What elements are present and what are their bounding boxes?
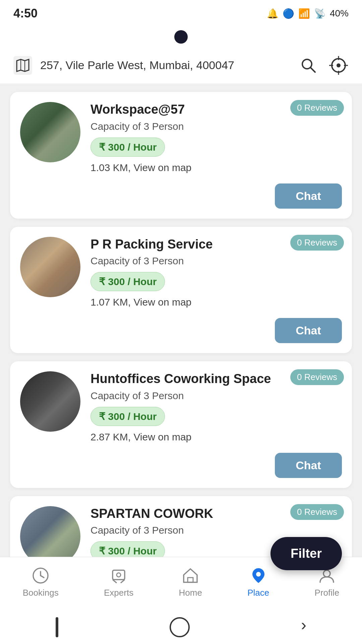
svg-rect-14 bbox=[113, 570, 125, 580]
nav-item-home[interactable]: Home bbox=[172, 563, 208, 601]
camera-bar bbox=[0, 27, 362, 47]
price-value: ₹ 300 / Hour bbox=[99, 545, 157, 557]
camera-dot bbox=[174, 30, 188, 44]
nav-label-place: Place bbox=[247, 588, 269, 598]
notification-icon: 🔔 bbox=[267, 8, 279, 19]
svg-point-19 bbox=[256, 572, 261, 577]
system-nav-bar: ‹ bbox=[0, 610, 362, 644]
header-actions bbox=[298, 55, 349, 75]
place-icon bbox=[249, 566, 268, 585]
recent-apps-button[interactable] bbox=[56, 617, 58, 637]
svg-point-6 bbox=[337, 63, 341, 67]
app-header: 257, Vile Parle West, Mumbai, 400047 bbox=[0, 47, 362, 84]
listings-content: 0 Reviews Workspace@57 Capacity of 3 Per… bbox=[0, 84, 362, 557]
svg-point-17 bbox=[117, 573, 121, 577]
price-badge: ₹ 300 / Hour bbox=[90, 138, 165, 157]
capacity-text: Capacity of 3 Person bbox=[90, 121, 342, 132]
price-value: ₹ 300 / Hour bbox=[99, 141, 157, 153]
nav-label-bookings: Bookings bbox=[23, 588, 59, 598]
capacity-text: Capacity of 3 Person bbox=[90, 525, 342, 536]
search-button[interactable] bbox=[298, 55, 318, 75]
reviews-badge: 0 Reviews bbox=[290, 504, 344, 520]
chat-button[interactable]: Chat bbox=[275, 318, 342, 343]
reviews-badge: 0 Reviews bbox=[290, 100, 344, 116]
nav-label-profile: Profile bbox=[315, 588, 340, 598]
capacity-text: Capacity of 3 Person bbox=[90, 390, 342, 401]
reviews-badge: 0 Reviews bbox=[290, 235, 344, 251]
experts-icon bbox=[109, 566, 128, 585]
signal-icon: 📡 bbox=[314, 8, 326, 19]
workspace-image bbox=[20, 102, 80, 162]
price-badge: ₹ 300 / Hour bbox=[90, 407, 165, 426]
header-address: 257, Vile Parle West, Mumbai, 400047 bbox=[40, 59, 290, 72]
nav-item-experts[interactable]: Experts bbox=[97, 563, 140, 601]
listing-card: 0 Reviews Huntoffices Coworking Space Ca… bbox=[10, 361, 352, 488]
workspace-image bbox=[20, 371, 80, 432]
svg-point-20 bbox=[323, 570, 330, 577]
battery-indicator: 40% bbox=[330, 8, 349, 19]
svg-rect-0 bbox=[13, 56, 32, 75]
wifi-icon: 📶 bbox=[298, 8, 310, 19]
home-button[interactable] bbox=[170, 617, 190, 637]
home-icon bbox=[181, 566, 200, 585]
status-time: 4:50 bbox=[13, 6, 38, 20]
nav-label-experts: Experts bbox=[104, 588, 133, 598]
svg-line-4 bbox=[310, 67, 315, 72]
location-target-button[interactable] bbox=[328, 55, 349, 75]
filter-fab-button[interactable]: Filter bbox=[270, 537, 342, 570]
chat-button[interactable]: Chat bbox=[275, 183, 342, 209]
distance-text: 2.87 KM, View on map bbox=[90, 431, 342, 443]
status-icons: 🔔 🔵 📶 📡 40% bbox=[267, 8, 349, 19]
nav-item-place[interactable]: Place bbox=[241, 563, 276, 601]
distance-text: 1.07 KM, View on map bbox=[90, 297, 342, 308]
clock-icon bbox=[31, 566, 50, 585]
bluetooth-icon: 🔵 bbox=[283, 8, 294, 19]
back-button[interactable]: ‹ bbox=[301, 618, 306, 637]
chat-button[interactable]: Chat bbox=[275, 453, 342, 478]
reviews-badge: 0 Reviews bbox=[290, 369, 344, 385]
distance-text: 1.03 KM, View on map bbox=[90, 162, 342, 173]
nav-label-home: Home bbox=[179, 588, 202, 598]
phone-frame: 4:50 🔔 🔵 📶 📡 40% 257, Vile Parle West, M… bbox=[0, 0, 362, 644]
map-logo-icon bbox=[13, 56, 32, 75]
nav-item-bookings[interactable]: Bookings bbox=[16, 563, 65, 601]
status-bar: 4:50 🔔 🔵 📶 📡 40% bbox=[0, 0, 362, 27]
listing-card: 0 Reviews P R Packing Service Capacity o… bbox=[10, 227, 352, 354]
listing-card: 0 Reviews Workspace@57 Capacity of 3 Per… bbox=[10, 92, 352, 219]
price-value: ₹ 300 / Hour bbox=[99, 411, 157, 422]
price-value: ₹ 300 / Hour bbox=[99, 276, 157, 287]
price-badge: ₹ 300 / Hour bbox=[90, 541, 165, 557]
svg-rect-18 bbox=[188, 578, 193, 582]
capacity-text: Capacity of 3 Person bbox=[90, 255, 342, 267]
workspace-image bbox=[20, 506, 80, 557]
workspace-image bbox=[20, 237, 80, 297]
svg-line-13 bbox=[41, 576, 44, 578]
price-badge: ₹ 300 / Hour bbox=[90, 272, 165, 291]
